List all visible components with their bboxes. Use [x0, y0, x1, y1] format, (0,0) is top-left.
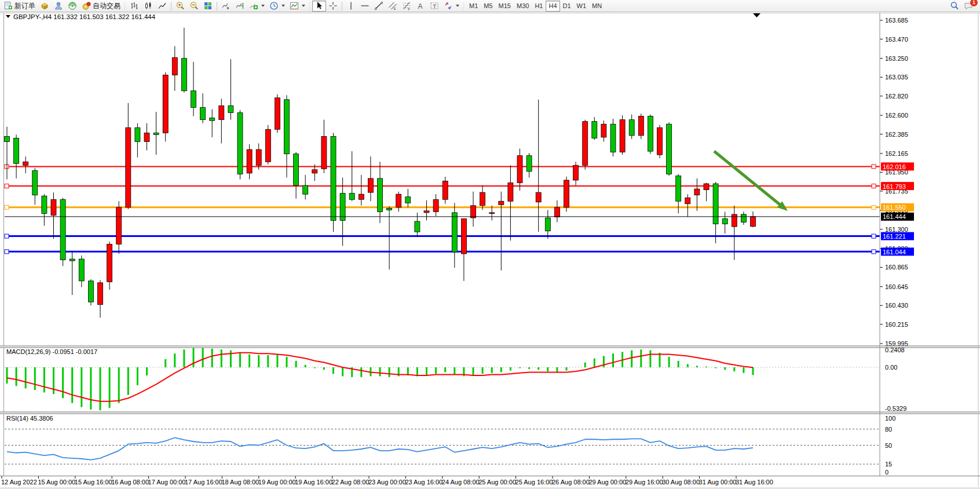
candle-body-up: [536, 192, 541, 202]
candle-body-up: [517, 156, 522, 183]
time-axis-label: 19 Aug 00:00: [258, 479, 296, 486]
candle-body-down: [284, 100, 290, 154]
market-button[interactable]: [38, 1, 52, 12]
price-axis-label: 162.820: [885, 93, 908, 100]
candle-body-up: [116, 207, 122, 244]
zoom-in-button[interactable]: [173, 1, 187, 12]
horizontal-line-icon: [360, 1, 370, 10]
candle-body-down: [741, 214, 746, 222]
candle-chart-button[interactable]: [141, 1, 155, 12]
line-anchor-marker: [872, 165, 876, 169]
chart-canvas[interactable]: 163.685163.470163.250163.035162.820162.6…: [0, 12, 980, 489]
candle-body-up: [573, 165, 579, 180]
candle-body-down: [387, 208, 392, 210]
horizontal-line-button[interactable]: [358, 1, 372, 12]
time-axis-label: 29 Aug 00:00: [588, 479, 626, 486]
indicators-button[interactable]: [247, 1, 267, 12]
periods-button[interactable]: [267, 1, 287, 12]
crosshair-button[interactable]: [326, 1, 340, 12]
time-axis-label: 25 Aug 16:00: [515, 479, 553, 486]
candle-body-down: [629, 120, 634, 136]
tile-windows-button[interactable]: [201, 1, 215, 12]
search-button[interactable]: [948, 1, 961, 12]
community-button[interactable]: [52, 1, 65, 12]
svg-text:F: F: [408, 8, 410, 11]
candle-body-up: [126, 127, 131, 207]
toolbar-grip: [124, 2, 126, 10]
rsi-axis-label: 100: [885, 415, 895, 422]
candle-body-up: [704, 184, 709, 190]
candle-body-up: [461, 219, 466, 254]
toolbar-separator: [171, 2, 171, 10]
arrows-tool-icon: [444, 1, 453, 10]
toolbar-separator: [342, 2, 342, 10]
tab-timeframe-M5[interactable]: M5: [481, 1, 495, 12]
candle-body-up: [396, 194, 401, 207]
svg-text:T: T: [433, 3, 437, 9]
candle-body-down: [405, 197, 411, 203]
time-axis-label: 24 Aug 08:00: [442, 479, 480, 486]
autotrading-button[interactable]: 自动交易: [79, 1, 123, 12]
line-anchor-marker: [5, 250, 9, 254]
vertical-line-button[interactable]: [344, 1, 358, 12]
price-axis-label: 162.600: [885, 112, 908, 119]
rsi-axis-label: 50: [885, 442, 892, 449]
trendline-button[interactable]: [372, 1, 386, 12]
macd-axis-label: 0.2408: [885, 346, 905, 353]
line-anchor-marker: [5, 205, 9, 209]
tile-windows-icon: [203, 1, 213, 10]
time-axis-label: 15 Aug 00:00: [38, 479, 75, 486]
fibonacci-button[interactable]: F: [400, 1, 414, 12]
candle-body-down: [676, 176, 681, 201]
line-anchor-marker: [872, 234, 876, 238]
zoom-out-icon: [189, 1, 199, 10]
bar-chart-icon: [130, 1, 139, 10]
tab-timeframe-M15[interactable]: M15: [496, 1, 514, 12]
tab-timeframe-W1[interactable]: W1: [574, 1, 590, 12]
new-order-label: 新订单: [14, 1, 35, 11]
candle-body-up: [23, 162, 28, 165]
signals-button[interactable]: [65, 1, 79, 12]
candle-body-up: [247, 149, 252, 173]
templates-button[interactable]: [287, 1, 308, 12]
price-tag-label: 162.016: [883, 163, 906, 170]
line-chart-button[interactable]: [155, 1, 169, 12]
candle-body-up: [51, 199, 56, 215]
tab-timeframe-M1[interactable]: M1: [466, 1, 481, 12]
time-axis-label: 30 Aug 08:00: [662, 479, 700, 486]
label-button[interactable]: T: [427, 1, 441, 12]
cursor-button[interactable]: [312, 1, 326, 12]
autotrading-label: 自动交易: [93, 1, 120, 11]
price-axis-label: 163.470: [885, 36, 908, 43]
text-button[interactable]: A: [414, 1, 427, 12]
tab-timeframe-D1[interactable]: D1: [560, 1, 574, 12]
zoom-out-button[interactable]: [187, 1, 201, 12]
price-axis-label: 160.865: [885, 264, 908, 271]
price-axis-label: 160.430: [885, 302, 908, 309]
candle-body-up: [638, 116, 643, 136]
tab-timeframe-H4[interactable]: H4: [546, 1, 560, 12]
chart-shift-button[interactable]: [233, 1, 247, 12]
notifications-button[interactable]: 1: [961, 1, 975, 12]
candle-body-down: [452, 213, 457, 252]
chart-window[interactable]: 163.685163.470163.250163.035162.820162.6…: [0, 12, 980, 489]
new-order-button[interactable]: 新订单: [1, 1, 38, 12]
tab-timeframe-M30[interactable]: M30: [514, 1, 532, 12]
text-label-icon: T: [430, 1, 439, 10]
channel-button[interactable]: E: [386, 1, 400, 12]
auto-scroll-button[interactable]: [219, 1, 233, 12]
toolbar-grip: [309, 2, 311, 10]
time-axis-label: 18 Aug 08:00: [221, 479, 259, 486]
candle-body-down: [349, 194, 354, 200]
candle-chart-icon: [144, 1, 153, 10]
candle-body-up: [359, 194, 364, 199]
candle-body-up: [751, 217, 756, 227]
bar-chart-button[interactable]: [127, 1, 141, 12]
tab-timeframe-MN[interactable]: MN: [589, 1, 605, 12]
candle-body-up: [219, 105, 224, 119]
price-axis-label: 163.035: [885, 74, 908, 81]
tab-timeframe-H1[interactable]: H1: [532, 1, 546, 12]
arrows-tool-button[interactable]: [441, 1, 462, 12]
zoom-in-icon: [175, 1, 185, 10]
price-axis-label: 163.685: [885, 17, 908, 24]
